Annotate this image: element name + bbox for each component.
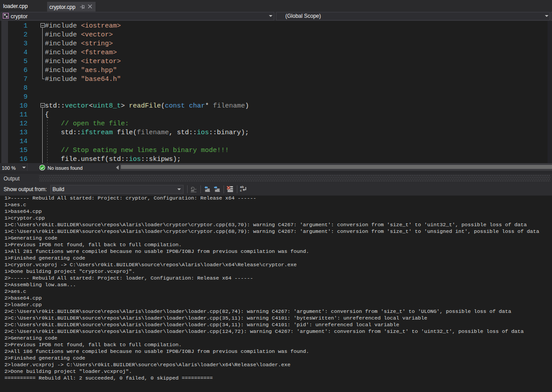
svg-text:ab: ab <box>240 185 244 189</box>
svg-text:c: c <box>240 189 242 192</box>
